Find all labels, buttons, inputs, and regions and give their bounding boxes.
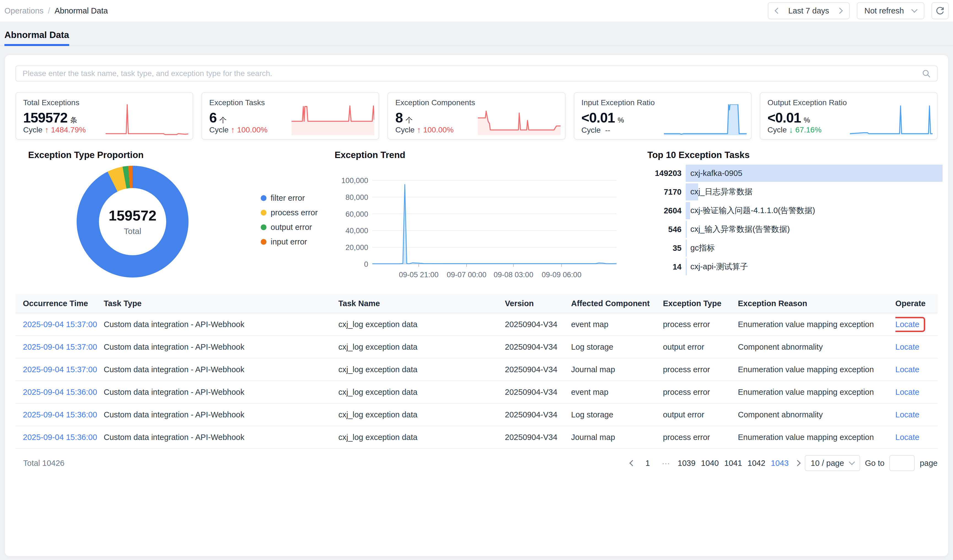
- table-cell: Custom data integration - API-Webhook: [104, 358, 338, 381]
- locate-highlight-annotation: Locate: [896, 317, 925, 332]
- page-button-1043[interactable]: 1043: [769, 459, 790, 468]
- table-cell: output error: [663, 336, 738, 358]
- card-value: 159572: [23, 110, 68, 126]
- top10-exception-tasks-section: Top 10 Exception Tasks 149203cxj-kafka-0…: [634, 149, 948, 281]
- search-input[interactable]: [16, 69, 922, 78]
- page-size-select[interactable]: 10 / page: [805, 455, 860, 471]
- legend-item-input-error[interactable]: input error: [261, 238, 318, 246]
- sparkline-area: [850, 106, 933, 135]
- legend-dot-icon: [261, 239, 267, 245]
- legend-item-filter-error[interactable]: filter error: [261, 194, 318, 202]
- cycle-label: Cycle: [395, 125, 414, 135]
- locate-link[interactable]: Locate: [896, 433, 919, 442]
- table-cell: 20250904-V34: [505, 336, 571, 358]
- y-axis-label: 80,000: [345, 193, 368, 201]
- trend-area: [373, 184, 616, 264]
- search-icon[interactable]: [922, 69, 931, 78]
- occurrence-time-link[interactable]: 2025-09-04 15:37:00: [23, 342, 97, 351]
- top10-value: 7170: [634, 187, 681, 196]
- legend-label: filter error: [271, 193, 305, 203]
- table-header-cell: Task Type: [104, 294, 338, 313]
- chevron-right-icon[interactable]: [837, 8, 843, 14]
- table-cell: Enumeration value mapping exception: [738, 381, 896, 403]
- locate-link[interactable]: Locate: [896, 410, 919, 419]
- chevron-left-icon[interactable]: [775, 8, 781, 14]
- cycle-delta: --: [605, 126, 610, 135]
- table-cell: cxj_log exception data: [338, 313, 505, 336]
- page-button-1[interactable]: 1: [639, 459, 656, 468]
- table-header-cell: Operate: [896, 294, 937, 313]
- top10-value: 14: [634, 262, 681, 271]
- pagination-bar: Total 10426 1···10391040104110421043 10 …: [16, 454, 937, 472]
- top10-value: 35: [634, 244, 681, 253]
- top10-value: 546: [634, 225, 681, 234]
- top10-value: 2604: [634, 206, 681, 215]
- goto-page-input[interactable]: [889, 455, 915, 471]
- tab-abnormal-data[interactable]: Abnormal Data: [5, 30, 69, 46]
- x-axis-label: 09-08 03:00: [494, 271, 533, 279]
- top10-bar: [686, 202, 690, 219]
- table-header-cell: Version: [505, 294, 571, 313]
- refresh-button[interactable]: [931, 2, 948, 19]
- occurrence-time-link[interactable]: 2025-09-04 15:37:00: [23, 320, 97, 329]
- refresh-mode-label: Not refresh: [865, 6, 904, 15]
- abnormal-data-table: Occurrence TimeTask TypeTask NameVersion…: [16, 294, 937, 449]
- sparkline-chart: [664, 104, 747, 135]
- table-cell: process error: [663, 381, 738, 403]
- occurrence-time-link[interactable]: 2025-09-04 15:37:00: [23, 365, 97, 374]
- page-ellipsis: ···: [658, 459, 674, 468]
- pagination-prev-icon[interactable]: [629, 460, 636, 466]
- table-cell: Custom data integration - API-Webhook: [104, 336, 338, 358]
- table-cell: Component abnormality: [738, 403, 896, 426]
- stat-card-input-exception-ratio: Input Exception Ratio <0.01% Cycle--: [574, 92, 751, 139]
- legend-dot-icon: [261, 195, 267, 201]
- stat-card-total-exceptions: Total Exceptions 159572条 Cycle↑1484.79%: [16, 92, 193, 139]
- page-button-1040[interactable]: 1040: [700, 459, 721, 468]
- search-box: [16, 65, 937, 82]
- header-controls: Last 7 days Not refresh: [768, 2, 948, 19]
- up-arrow-icon: ↑: [45, 125, 49, 135]
- top10-label: cxj-验证输入问题-4.1.1.0(告警数据): [691, 202, 815, 219]
- card-title: Exception Components: [395, 98, 475, 107]
- locate-link[interactable]: Locate: [896, 365, 919, 374]
- time-range-selector[interactable]: Last 7 days: [768, 2, 849, 19]
- top10-label: cxj_输入异常数据(告警数据): [691, 221, 790, 238]
- top10-bar-track: cxj_日志异常数据: [686, 183, 942, 200]
- table-cell: Enumeration value mapping exception: [738, 313, 896, 336]
- locate-link[interactable]: Locate: [896, 342, 919, 351]
- stat-card-exception-components: Exception Components 8个 Cycle↑100.00%: [388, 92, 565, 139]
- trend-line-chart: 020,00040,00060,00080,000100,00009-05 21…: [317, 149, 634, 281]
- table-cell: cxj_log exception data: [338, 381, 505, 403]
- top10-value: 149203: [634, 169, 681, 178]
- table-cell: event map: [571, 313, 663, 336]
- occurrence-time-link[interactable]: 2025-09-04 15:36:00: [23, 433, 97, 442]
- occurrence-time-link[interactable]: 2025-09-04 15:36:00: [23, 410, 97, 419]
- table-cell: cxj_log exception data: [338, 358, 505, 381]
- x-axis-label: 09-07 00:00: [447, 271, 486, 279]
- legend-item-output-error[interactable]: output error: [261, 223, 318, 231]
- pagination-next-icon[interactable]: [794, 460, 801, 466]
- page-button-1039[interactable]: 1039: [676, 459, 697, 468]
- refresh-icon: [935, 6, 945, 16]
- page-button-1042[interactable]: 1042: [746, 459, 767, 468]
- donut-chart: [77, 166, 188, 277]
- occurrence-time-link[interactable]: 2025-09-04 15:36:00: [23, 388, 97, 396]
- table-header-cell: Occurrence Time: [16, 294, 104, 313]
- breadcrumb-operations[interactable]: Operations: [5, 6, 43, 15]
- refresh-mode-select[interactable]: Not refresh: [857, 2, 924, 19]
- top10-row: 2604cxj-验证输入问题-4.1.1.0(告警数据): [634, 202, 942, 219]
- page-button-1041[interactable]: 1041: [723, 459, 744, 468]
- card-unit: %: [618, 116, 624, 124]
- exception-type-proportion-section: Exception Type Proportion 159572 Total f…: [16, 149, 318, 281]
- top-bar: Operations / Abnormal Data Last 7 days N…: [0, 0, 953, 22]
- cycle-label: Cycle: [768, 125, 787, 135]
- top10-bar: [686, 221, 687, 238]
- x-axis-label: 09-09 06:00: [542, 271, 582, 279]
- top10-bar: [686, 258, 687, 275]
- table-row: 2025-09-04 15:36:00Custom data integrati…: [16, 381, 937, 403]
- card-unit: 条: [70, 115, 78, 125]
- locate-link[interactable]: Locate: [896, 388, 919, 396]
- top10-bar-track: cxj_输入异常数据(告警数据): [686, 221, 942, 238]
- legend-item-process-error[interactable]: process error: [261, 209, 318, 217]
- locate-link[interactable]: Locate: [896, 320, 919, 329]
